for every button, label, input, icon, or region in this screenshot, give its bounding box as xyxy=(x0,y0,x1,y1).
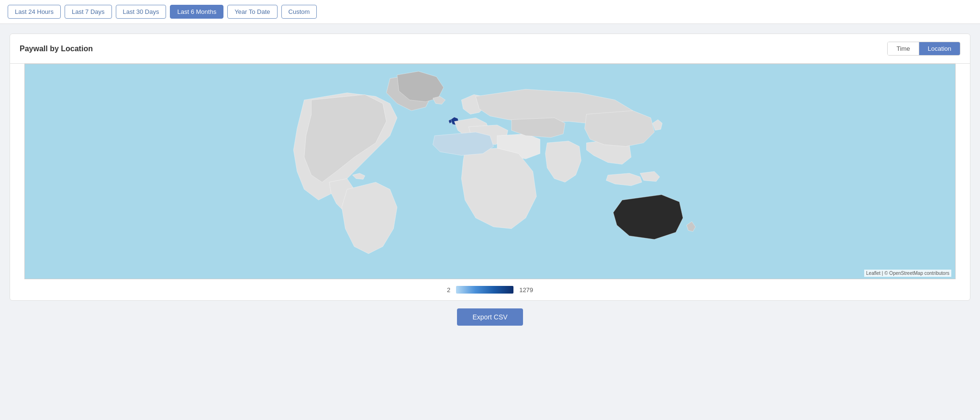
card-header: Paywall by Location Time Location xyxy=(10,34,970,64)
legend-gradient-bar xyxy=(456,286,513,294)
legend: 2 1279 xyxy=(10,279,970,300)
legend-min-value: 2 xyxy=(447,286,450,294)
view-toggle: Time Location xyxy=(887,42,960,56)
leaflet-text: Leaflet xyxy=(866,271,880,276)
legend-max-value: 1279 xyxy=(519,286,533,294)
map-attribution: Leaflet | © OpenStreetMap contributors xyxy=(864,270,951,277)
time-view-button[interactable]: Time xyxy=(888,42,919,55)
last-7-days-button[interactable]: Last 7 Days xyxy=(65,5,112,19)
osm-text: © OpenStreetMap contributors xyxy=(884,271,949,276)
export-section: Export CSV xyxy=(10,301,970,333)
paywall-location-card: Paywall by Location Time Location xyxy=(10,34,970,301)
card-title: Paywall by Location xyxy=(20,45,93,53)
last-24-hours-button[interactable]: Last 24 Hours xyxy=(8,5,61,19)
map-container: Leaflet | © OpenStreetMap contributors xyxy=(24,64,956,279)
last-6-months-button[interactable]: Last 6 Months xyxy=(170,5,223,19)
location-view-button[interactable]: Location xyxy=(919,42,960,55)
custom-button[interactable]: Custom xyxy=(281,5,317,19)
world-map[interactable] xyxy=(25,64,955,279)
main-content: Paywall by Location Time Location xyxy=(0,24,980,343)
time-filter-bar: Last 24 Hours Last 7 Days Last 30 Days L… xyxy=(0,0,980,24)
export-csv-button[interactable]: Export CSV xyxy=(457,308,523,326)
year-to-date-button[interactable]: Year To Date xyxy=(227,5,277,19)
last-30-days-button[interactable]: Last 30 Days xyxy=(116,5,167,19)
